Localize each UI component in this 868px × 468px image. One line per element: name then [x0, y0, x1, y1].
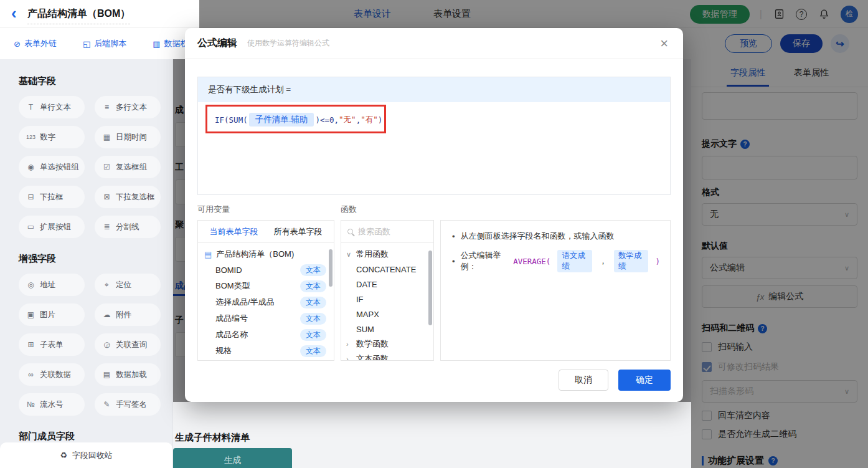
field-chip-linked-data[interactable]: ∞关联数据 [19, 363, 85, 386]
variables-label: 可用变量 [197, 204, 341, 215]
function-group-math[interactable]: › 数学函数 [341, 337, 433, 351]
field-chip-number[interactable]: 123数字 [19, 126, 85, 148]
variable-item[interactable]: BOM类型文本 [198, 278, 334, 294]
function-search[interactable]: 搜索函数 [341, 221, 433, 243]
type-badge: 文本 [300, 297, 326, 308]
scrollbar[interactable] [329, 249, 333, 287]
type-badge: 文本 [300, 345, 326, 357]
close-icon[interactable]: × [660, 37, 668, 50]
type-badge: 文本 [300, 329, 326, 341]
variable-item[interactable]: 规格文本 [198, 343, 334, 359]
section-enhanced-fields: 增强字段 [19, 253, 172, 265]
multiline-text-icon: ≡ [101, 103, 112, 112]
formula-target-line: 是否有下级生成计划 = [198, 77, 670, 102]
function-item[interactable]: SUM [341, 322, 433, 337]
text-icon: T [26, 103, 36, 112]
formula-edit-dialog: 公式编辑 使用数学运算符编辑公式 × 是否有下级生成计划 = IF(SUM(子件… [185, 28, 683, 402]
confirm-button[interactable]: 确定 [618, 370, 671, 391]
canvas-bottom-area: 生成子件材料清单 生成 [173, 402, 691, 468]
example-field-token[interactable]: 数学成绩 [614, 250, 649, 272]
field-chip-address[interactable]: ◎地址 [19, 274, 85, 296]
back-icon[interactable]: ‹ [11, 4, 17, 23]
field-chip-subform[interactable]: ⊞子表单 [19, 333, 85, 356]
subform-icon: ⊞ [26, 340, 36, 349]
field-chip-radio-group[interactable]: ◉单选按钮组 [19, 156, 85, 178]
tab-current-form-fields[interactable]: 当前表单字段 [210, 226, 258, 237]
hint-panel: 从左侧面板选择字段名和函数，或输入函数 公式编辑举例：AVERAGE(语文成绩，… [440, 220, 671, 361]
multi-dropdown-icon: ⊠ [101, 193, 112, 201]
field-recycle-bin[interactable]: ♻ 字段回收站 [0, 442, 172, 468]
divider-icon: ≣ [101, 222, 112, 231]
variables-tree-root[interactable]: ▤ 产品结构清单（BOM) [198, 243, 334, 262]
variable-item[interactable]: 成品编号文本 [198, 310, 334, 327]
script-icon: ◱ [83, 39, 90, 49]
address-icon: ◎ [26, 280, 36, 289]
linked-data-icon: ∞ [26, 370, 36, 379]
serial-number-icon: № [26, 400, 36, 409]
field-chip-datetime[interactable]: ▦日期时间 [95, 126, 161, 148]
type-badge: 文本 [300, 280, 326, 292]
field-chip-checkbox-group[interactable]: ☑复选框组 [95, 156, 161, 178]
field-chip-single-line-text[interactable]: T单行文本 [19, 96, 85, 118]
field-chip-dropdown[interactable]: ⊟下拉框 [19, 186, 85, 208]
function-group-common[interactable]: ∨ 常用函数 [341, 247, 433, 262]
field-token[interactable]: 子件清单.辅助 [249, 113, 314, 127]
hint-example-line: 公式编辑举例：AVERAGE(语文成绩，数学成绩) [452, 250, 660, 272]
location-icon: ⌖ [101, 280, 112, 289]
search-placeholder: 搜索函数 [358, 226, 390, 237]
dropdown-icon: ⊟ [26, 193, 36, 201]
datetime-icon: ▦ [101, 133, 112, 141]
type-badge: 文本 [300, 313, 326, 325]
field-chip-data-load[interactable]: ▤数据加载 [95, 363, 161, 386]
tab-all-form-fields[interactable]: 所有表单字段 [274, 226, 323, 237]
attachment-icon: ☁ [101, 310, 112, 319]
function-item[interactable]: CONCATENATE [341, 262, 433, 277]
function-item[interactable]: MAPX [341, 307, 433, 322]
data-permission-icon: ▥ [153, 39, 160, 49]
dialog-title: 公式编辑 [197, 37, 237, 50]
field-chip-multi-dropdown[interactable]: ⊠下拉复选框 [95, 186, 161, 208]
generate-section-title: 生成子件材料清单 [175, 432, 250, 444]
data-load-icon: ▤ [101, 370, 112, 379]
field-chip-attachment[interactable]: ☁附件 [95, 303, 161, 326]
field-chip-image[interactable]: ▣图片 [19, 303, 85, 326]
field-chip-location[interactable]: ⌖定位 [95, 274, 161, 296]
field-chip-multi-line-text[interactable]: ≡多行文本 [95, 96, 161, 118]
field-library-sidebar: 基础字段 T单行文本 ≡多行文本 123数字 ▦日期时间 ◉单选按钮组 ☑复选框… [0, 59, 173, 468]
function-item[interactable]: DATE [341, 277, 433, 292]
functions-panel: 搜索函数 ∨ 常用函数 CONCATENATE DATE IF MAPX SUM… [341, 220, 434, 361]
radio-group-icon: ◉ [26, 163, 36, 171]
number-icon: 123 [26, 134, 36, 140]
field-chip-extend-button[interactable]: ▭扩展按钮 [19, 216, 85, 238]
field-chip-serial-number[interactable]: №流水号 [19, 393, 85, 416]
function-item[interactable]: IF [341, 292, 433, 307]
variable-item[interactable]: 成品名称文本 [198, 327, 334, 343]
backend-script-link[interactable]: ◱ 后端脚本 [83, 38, 126, 49]
cancel-button[interactable]: 取消 [559, 370, 608, 391]
formula-expression[interactable]: IF(SUM(子件清单.辅助)<=0,"无","有") [215, 113, 382, 127]
page-title: 产品结构清单（BOM） [27, 7, 130, 24]
data-permission-link[interactable]: ▥ 数据权 [153, 38, 188, 49]
recycle-icon: ♻ [60, 451, 67, 460]
example-field-token[interactable]: 语文成绩 [557, 250, 592, 272]
chevron-right-icon: › [346, 355, 352, 361]
field-chip-lookup[interactable]: ◶关联查询 [95, 333, 161, 356]
generate-button[interactable]: 生成 [173, 448, 292, 468]
field-chip-signature[interactable]: ✎手写签名 [95, 393, 161, 416]
section-member-fields: 部门成员字段 [19, 431, 172, 442]
lookup-icon: ◶ [101, 340, 112, 349]
function-group-text[interactable]: › 文本函数 [341, 351, 433, 361]
type-badge: 文本 [300, 264, 326, 276]
variable-item[interactable]: 选择成品/半成品文本 [198, 294, 334, 310]
variables-panel: 当前表单字段 所有表单字段 ▤ 产品结构清单（BOM) BOMID文本 BOM类… [197, 220, 334, 361]
button-icon: ▭ [26, 222, 36, 231]
image-icon: ▣ [26, 310, 36, 319]
external-link-icon: ⊘ [14, 39, 21, 49]
formula-editor[interactable]: 是否有下级生成计划 = IF(SUM(子件清单.辅助)<=0,"无","有") [197, 77, 671, 195]
variable-item[interactable]: BOMID文本 [198, 262, 334, 278]
form-external-link[interactable]: ⊘ 表单外链 [14, 38, 57, 49]
field-chip-divider[interactable]: ≣分割线 [95, 216, 161, 238]
scrollbar[interactable] [428, 251, 432, 325]
hint-line: 从左侧面板选择字段名和函数，或输入函数 [452, 231, 660, 242]
checkbox-group-icon: ☑ [101, 163, 112, 171]
